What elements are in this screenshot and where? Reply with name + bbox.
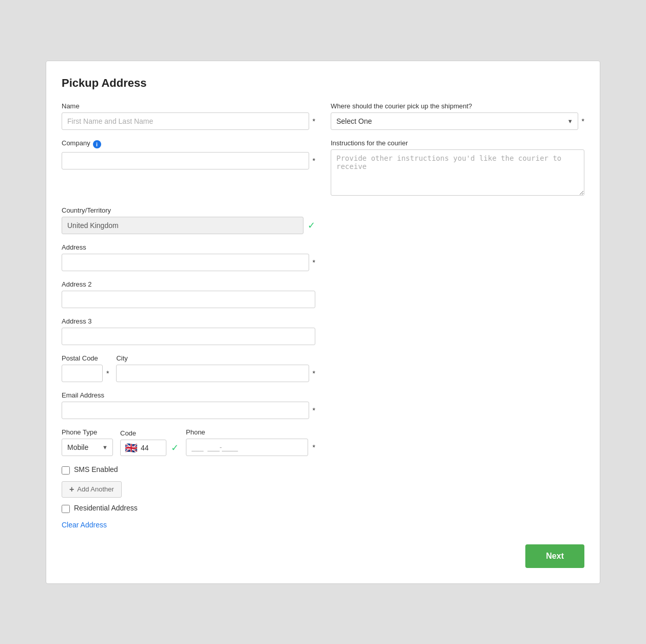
page-title: Pickup Address <box>62 77 584 90</box>
flag-icon: 🇬🇧 <box>125 443 138 453</box>
pickup-address-card: Pickup Address Name * Where should the c… <box>46 61 600 584</box>
phone-required: * <box>313 443 315 451</box>
courier-required: * <box>582 117 584 125</box>
phone-type-select[interactable]: Mobile Home Work <box>62 439 113 456</box>
address-required: * <box>313 258 315 267</box>
email-label: Email Address <box>62 391 315 399</box>
country-checkmark: ✓ <box>308 220 315 231</box>
courier-label: Where should the courier pick up the shi… <box>331 102 584 110</box>
address2-label: Address 2 <box>62 280 315 288</box>
instructions-textarea[interactable] <box>331 149 584 196</box>
phone-label: Phone <box>186 428 315 436</box>
company-input[interactable] <box>62 152 309 169</box>
courier-select[interactable]: Select One Office Warehouse Residence <box>331 112 578 130</box>
city-label: City <box>116 354 315 362</box>
add-another-label: Add Another <box>77 485 114 493</box>
address2-input[interactable] <box>62 291 315 308</box>
code-number: 44 <box>141 444 149 452</box>
residential-label: Residential Address <box>74 504 138 512</box>
sms-row: SMS Enabled <box>62 465 584 476</box>
next-button[interactable]: Next <box>525 544 584 568</box>
company-info-icon: i <box>93 140 101 148</box>
country-label: Country/Territory <box>62 206 315 214</box>
company-required: * <box>313 157 315 165</box>
phone-input[interactable] <box>186 439 308 456</box>
add-another-button[interactable]: + Add Another <box>62 481 122 498</box>
code-checkmark: ✓ <box>171 442 179 453</box>
postal-required: * <box>106 369 109 377</box>
residential-checkbox[interactable] <box>62 505 70 513</box>
code-field: 🇬🇧 44 <box>120 440 166 456</box>
footer-row: Next <box>62 544 584 568</box>
code-label: Code <box>120 429 179 437</box>
next-label: Next <box>546 552 564 560</box>
address-input[interactable] <box>62 254 309 271</box>
postal-input[interactable] <box>62 365 103 382</box>
city-required: * <box>313 369 315 377</box>
address3-label: Address 3 <box>62 317 315 325</box>
email-input[interactable] <box>62 402 309 419</box>
country-value: United Kingdom <box>62 217 303 234</box>
address-label: Address <box>62 243 315 251</box>
residential-row: Residential Address <box>62 504 584 515</box>
phone-type-label: Phone Type <box>62 428 113 436</box>
email-required: * <box>313 406 315 414</box>
address3-input[interactable] <box>62 328 315 345</box>
instructions-label: Instructions for the courier <box>331 139 584 147</box>
add-another-plus-icon: + <box>69 485 74 494</box>
clear-address-link[interactable]: Clear Address <box>62 521 107 529</box>
company-label: Company <box>62 139 90 147</box>
name-required: * <box>313 117 315 125</box>
city-input[interactable] <box>116 365 309 382</box>
postal-label: Postal Code <box>62 354 109 362</box>
sms-label: SMS Enabled <box>74 465 118 473</box>
name-input[interactable] <box>62 112 309 130</box>
name-label: Name <box>62 102 315 110</box>
sms-checkbox[interactable] <box>62 466 70 475</box>
